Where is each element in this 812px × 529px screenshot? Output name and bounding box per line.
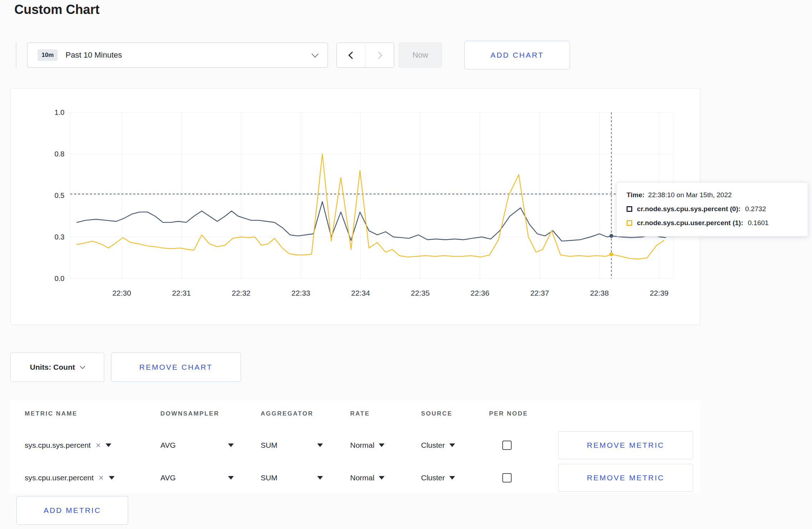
toolbar-divider <box>16 42 16 68</box>
svg-text:22:30: 22:30 <box>112 289 131 297</box>
svg-text:0.8: 0.8 <box>54 150 64 158</box>
time-pager <box>337 43 394 68</box>
caret-down-icon <box>106 443 111 447</box>
downsampler-value: AVG <box>160 474 176 482</box>
custom-chart-page: Custom Chart 10m Past 10 Minutes Now ADD… <box>0 0 812 529</box>
chevron-down-icon <box>80 363 86 369</box>
metrics-table: METRIC NAME DOWNSAMPLER AGGREGATOR RATE … <box>10 400 700 493</box>
chevron-right-icon <box>375 51 382 59</box>
per-node-checkbox[interactable] <box>502 473 512 482</box>
units-dropdown[interactable]: Units: Count <box>10 353 104 382</box>
time-range-label: Past 10 Minutes <box>66 50 122 60</box>
add-metric-button[interactable]: ADD METRIC <box>16 496 128 525</box>
metric-name-select[interactable]: sys.cpu.user.percent × <box>25 464 115 492</box>
col-header-metric-name: METRIC NAME <box>25 410 77 417</box>
aggregator-value: SUM <box>261 474 277 482</box>
col-header-rate: RATE <box>350 410 370 417</box>
svg-text:22:32: 22:32 <box>232 289 251 297</box>
chevron-left-icon <box>348 51 356 59</box>
next-time-button[interactable] <box>366 43 394 67</box>
rate-value: Normal <box>350 441 374 450</box>
downsampler-select[interactable]: AVG <box>160 464 234 492</box>
prev-time-button[interactable] <box>337 43 366 67</box>
svg-text:22:33: 22:33 <box>291 289 310 297</box>
svg-text:22:37: 22:37 <box>530 289 549 297</box>
caret-down-icon <box>379 443 385 447</box>
timeseries-chart[interactable]: 22:3022:3122:3222:3322:3422:3522:3622:37… <box>70 112 673 278</box>
tooltip-series-label: cr.node.sys.cpu.sys.percent (0): <box>637 205 740 213</box>
tooltip-series-value: 0.2732 <box>745 205 766 213</box>
metric-row: sys.cpu.user.percent × AVG SUM Normal Cl… <box>10 464 700 492</box>
svg-text:22:39: 22:39 <box>650 289 669 297</box>
chart-tooltip: Time:22:38:10 on Mar 15th, 2022 cr.node.… <box>616 182 808 237</box>
tooltip-time-label: Time: <box>627 191 644 199</box>
remove-metric-button[interactable]: REMOVE METRIC <box>558 464 693 492</box>
svg-text:22:31: 22:31 <box>172 289 191 297</box>
rate-value: Normal <box>350 474 374 482</box>
remove-chart-button[interactable]: REMOVE CHART <box>111 353 241 382</box>
caret-down-icon <box>228 443 234 447</box>
tooltip-series-row: cr.node.sys.cpu.user.percent (1): 0.1601 <box>627 219 798 227</box>
downsampler-value: AVG <box>160 441 176 450</box>
rate-select[interactable]: Normal <box>350 431 385 460</box>
svg-text:22:34: 22:34 <box>351 289 370 297</box>
col-header-per-node: PER NODE <box>489 410 528 417</box>
col-header-aggregator: AGGREGATOR <box>261 410 313 417</box>
tooltip-time-row: Time:22:38:10 on Mar 15th, 2022 <box>627 191 798 199</box>
caret-down-icon <box>228 476 234 480</box>
metrics-table-header: METRIC NAME DOWNSAMPLER AGGREGATOR RATE … <box>10 410 700 421</box>
col-header-source: SOURCE <box>421 410 453 417</box>
tooltip-series-label: cr.node.sys.cpu.user.percent (1): <box>637 219 743 227</box>
units-label: Units: Count <box>30 363 75 372</box>
col-header-downsampler: DOWNSAMPLER <box>160 410 219 417</box>
remove-metric-button[interactable]: REMOVE METRIC <box>558 431 693 459</box>
clear-metric-icon[interactable]: × <box>99 474 104 482</box>
time-range-dropdown[interactable]: 10m Past 10 Minutes <box>27 43 328 68</box>
aggregator-value: SUM <box>261 441 277 450</box>
caret-down-icon <box>449 443 455 447</box>
source-value: Cluster <box>421 441 445 450</box>
add-chart-button[interactable]: ADD CHART <box>464 41 570 69</box>
source-value: Cluster <box>421 474 445 482</box>
clear-metric-icon[interactable]: × <box>96 441 101 450</box>
svg-text:0.5: 0.5 <box>54 191 64 199</box>
svg-text:22:35: 22:35 <box>411 289 430 297</box>
svg-text:0.3: 0.3 <box>54 233 64 241</box>
caret-down-icon <box>317 476 323 480</box>
chevron-down-icon <box>311 50 319 58</box>
source-select[interactable]: Cluster <box>421 431 455 460</box>
tooltip-time-value: 22:38:10 on Mar 15th, 2022 <box>648 191 731 199</box>
now-button[interactable]: Now <box>399 43 442 68</box>
per-node-cell <box>489 464 525 492</box>
metric-name-label: sys.cpu.sys.percent <box>25 441 91 450</box>
page-title: Custom Chart <box>14 2 100 17</box>
tooltip-series-value: 0.1601 <box>748 219 769 227</box>
svg-text:0.0: 0.0 <box>54 275 64 282</box>
svg-text:1.0: 1.0 <box>54 108 64 116</box>
per-node-cell <box>489 431 525 460</box>
caret-down-icon <box>449 476 455 480</box>
caret-down-icon <box>379 476 385 480</box>
aggregator-select[interactable]: SUM <box>261 431 323 460</box>
metric-name-select[interactable]: sys.cpu.sys.percent × <box>25 431 111 460</box>
source-select[interactable]: Cluster <box>421 464 455 492</box>
svg-text:22:38: 22:38 <box>590 289 609 297</box>
tooltip-series-row: cr.node.sys.cpu.sys.percent (0): 0.2732 <box>627 205 798 213</box>
downsampler-select[interactable]: AVG <box>160 431 234 460</box>
svg-text:22:36: 22:36 <box>470 289 489 297</box>
sys-series-swatch-icon <box>627 206 632 212</box>
metric-row: sys.cpu.sys.percent × AVG SUM Normal Clu… <box>10 431 700 460</box>
aggregator-select[interactable]: SUM <box>261 464 323 492</box>
per-node-checkbox[interactable] <box>502 441 512 450</box>
user-series-swatch-icon <box>627 220 632 226</box>
rate-select[interactable]: Normal <box>350 464 385 492</box>
metric-name-label: sys.cpu.user.percent <box>25 474 94 482</box>
caret-down-icon <box>317 443 323 447</box>
caret-down-icon <box>109 476 115 480</box>
time-range-badge: 10m <box>38 49 58 61</box>
